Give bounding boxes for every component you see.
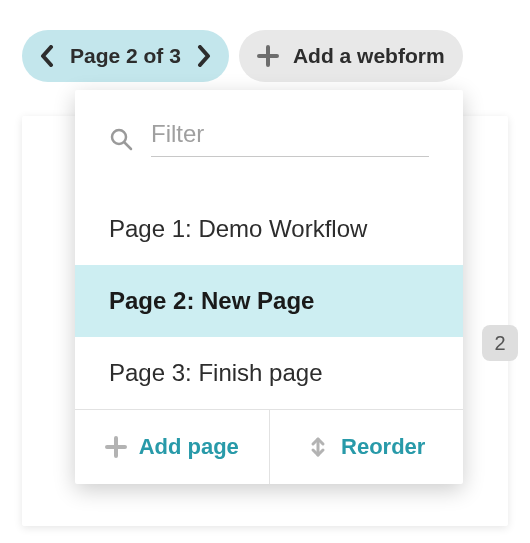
- toolbar: Page 2 of 3 Add a webform: [22, 30, 463, 82]
- filter-row: [75, 90, 463, 173]
- plus-icon: [105, 436, 127, 458]
- reorder-label: Reorder: [341, 434, 425, 460]
- dropdown-footer: Add page Reorder: [75, 409, 463, 484]
- reorder-button[interactable]: Reorder: [270, 410, 464, 484]
- chevron-right-icon[interactable]: [195, 45, 211, 67]
- page-position-pill[interactable]: Page 2 of 3: [22, 30, 229, 82]
- add-page-button[interactable]: Add page: [75, 410, 270, 484]
- search-icon: [109, 127, 133, 151]
- plus-icon: [257, 45, 279, 67]
- add-page-label: Add page: [139, 434, 239, 460]
- filter-input[interactable]: [151, 120, 429, 157]
- side-badge[interactable]: 2: [482, 325, 518, 361]
- page-list: Page 1: Demo Workflow Page 2: New Page P…: [75, 193, 463, 409]
- reorder-icon: [307, 436, 329, 458]
- page-list-dropdown: Page 1: Demo Workflow Page 2: New Page P…: [75, 90, 463, 484]
- list-item[interactable]: Page 1: Demo Workflow: [75, 193, 463, 265]
- chevron-left-icon[interactable]: [40, 45, 56, 67]
- page-position-label: Page 2 of 3: [70, 44, 181, 68]
- svg-line-1: [125, 142, 132, 149]
- add-webform-label: Add a webform: [293, 44, 445, 68]
- add-webform-button[interactable]: Add a webform: [239, 30, 463, 82]
- list-item[interactable]: Page 2: New Page: [75, 265, 463, 337]
- list-item[interactable]: Page 3: Finish page: [75, 337, 463, 409]
